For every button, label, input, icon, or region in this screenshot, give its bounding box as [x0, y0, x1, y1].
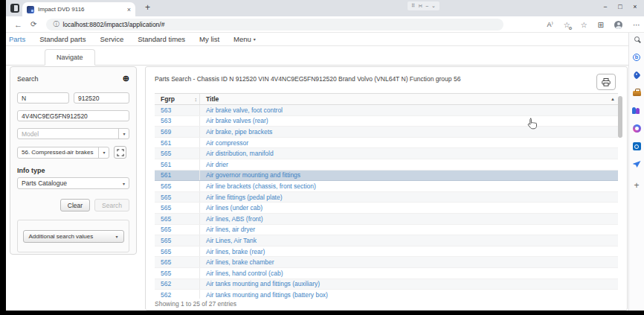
fgrp-link[interactable]: 565: [155, 268, 200, 279]
column-header-title[interactable]: Title ▲: [200, 94, 618, 104]
fgrp-link[interactable]: 565: [155, 235, 200, 246]
title-link[interactable]: Air line fittings (pedal plate): [200, 194, 618, 201]
vin-input[interactable]: [17, 110, 129, 121]
table-row[interactable]: 565Air lines, ABS (front): [155, 214, 618, 225]
fgrp-link[interactable]: 569: [155, 127, 200, 137]
shopping-icon[interactable]: [632, 70, 642, 80]
fgrp-link[interactable]: 561: [155, 159, 200, 170]
table-row[interactable]: 562Air tanks mounting and fittings (auxi…: [155, 279, 618, 290]
title-link[interactable]: Air Lines, Air Tank: [200, 237, 618, 244]
fgrp-link[interactable]: 565: [155, 203, 200, 213]
favorites-settings-icon[interactable]: ☆⚙: [564, 21, 570, 29]
title-link[interactable]: Air drier: [200, 161, 618, 168]
table-row[interactable]: 569Air brake, pipe brackets: [155, 127, 618, 138]
chevron-down-icon[interactable]: ▾: [118, 128, 129, 139]
title-link[interactable]: Air brake valves (rear): [200, 117, 618, 124]
overlay-minimize-icon[interactable]: −: [425, 4, 428, 9]
title-link[interactable]: Air compressor: [200, 139, 618, 147]
print-button[interactable]: [596, 74, 616, 90]
collections-icon[interactable]: ⊞: [598, 21, 604, 29]
fgrp-link[interactable]: 565: [155, 148, 200, 159]
search-button[interactable]: Search: [94, 199, 129, 211]
fgrp-link[interactable]: 561: [155, 171, 200, 181]
table-row[interactable]: 565Air distribution, manifold: [155, 148, 618, 159]
table-row[interactable]: 565Air lines, brake (rear): [155, 246, 618, 258]
minimize-button[interactable]: −: [598, 1, 613, 13]
model-input[interactable]: [17, 128, 129, 139]
table-scrollbar[interactable]: [618, 96, 622, 138]
table-row[interactable]: 565Air line fittings (pedal plate): [155, 192, 618, 203]
column-header-fgrp[interactable]: Fgrp ↕: [155, 94, 200, 104]
title-link[interactable]: Air lines, hand control (cab): [200, 270, 618, 277]
favorites-icon[interactable]: ☆: [581, 21, 587, 29]
table-row[interactable]: 565Air line brackets (chassis, front sec…: [155, 181, 618, 192]
tab-close-icon[interactable]: ×: [127, 6, 131, 13]
additional-search-values-button[interactable]: Additional search values ▾: [23, 230, 124, 243]
function-group-browse-button[interactable]: [114, 146, 126, 159]
title-link[interactable]: Air brake valve, foot control: [200, 106, 618, 114]
nav-item-my-list[interactable]: My list: [199, 35, 219, 43]
profile-avatar[interactable]: [614, 21, 622, 29]
function-group-select[interactable]: 56. Compressed-air brakes ▾: [17, 147, 109, 159]
fgrp-link[interactable]: 563: [155, 116, 200, 127]
table-row[interactable]: 561Air drier: [155, 159, 618, 171]
info-type-select[interactable]: Parts Catalogue ▾: [17, 177, 129, 189]
table-row[interactable]: 565Air lines, hand control (cab): [155, 268, 618, 279]
circle-plus-icon[interactable]: ⊕: [123, 74, 129, 83]
tab-actions-icon[interactable]: [10, 4, 19, 13]
new-tab-button[interactable]: +: [145, 2, 150, 13]
sidebar-search-icon[interactable]: [632, 34, 642, 44]
fgrp-link[interactable]: 565: [155, 192, 200, 203]
title-link[interactable]: Air tanks mounting and fittings (auxilia…: [200, 280, 618, 287]
site-info-icon[interactable]: ⓘ: [53, 20, 59, 28]
title-link[interactable]: Air lines, brake (rear): [200, 248, 618, 255]
people-icon[interactable]: [632, 106, 642, 115]
clear-button[interactable]: Clear: [60, 199, 90, 211]
table-row[interactable]: 561Air governor mounting and fittings: [155, 171, 618, 182]
back-icon[interactable]: ←: [14, 20, 22, 29]
maximize-button[interactable]: □: [613, 1, 628, 13]
fgrp-link[interactable]: 562: [155, 290, 200, 299]
nav-item-parts[interactable]: Parts: [9, 35, 25, 43]
grid-icon[interactable]: ⠿: [411, 3, 415, 9]
fgrp-link[interactable]: 563: [155, 105, 200, 115]
refresh-icon[interactable]: ⟳: [30, 20, 36, 28]
chevron-down-icon[interactable]: ▾: [98, 147, 109, 159]
table-row[interactable]: 565Air lines, air dryer: [155, 225, 618, 236]
more-options-icon[interactable]: ⋯: [633, 21, 640, 29]
title-link[interactable]: Air distribution, manifold: [200, 150, 618, 157]
outlook-icon[interactable]: [632, 141, 642, 151]
tab-navigate[interactable]: Navigate: [45, 49, 95, 66]
table-row[interactable]: 565Air Lines, Air Tank: [155, 235, 618, 246]
send-icon[interactable]: [632, 159, 642, 169]
bing-discover-icon[interactable]: b: [632, 52, 642, 62]
toolbox-icon[interactable]: [632, 88, 642, 98]
fgrp-link[interactable]: 565: [155, 225, 200, 235]
nav-item-menu[interactable]: Menu▾: [234, 35, 256, 43]
chassis-number-input[interactable]: [74, 92, 129, 104]
title-link[interactable]: Air lines, brake chamber: [200, 258, 618, 266]
sort-both-icon[interactable]: ↕: [195, 97, 198, 102]
title-link[interactable]: Air governor mounting and fittings: [200, 171, 618, 179]
fgrp-link[interactable]: 562: [155, 279, 200, 290]
table-row[interactable]: 561Air compressor: [155, 138, 618, 149]
chassis-series-input[interactable]: [17, 92, 69, 104]
nav-item-service[interactable]: Service: [100, 35, 124, 43]
title-link[interactable]: Air tanks mounting and fittings (battery…: [200, 291, 618, 299]
fgrp-link[interactable]: 565: [155, 257, 200, 267]
add-sidebar-item-icon[interactable]: +: [632, 180, 642, 190]
overlay-chevron-icon[interactable]: ⌄: [431, 3, 436, 9]
fgrp-link[interactable]: 565: [155, 246, 200, 257]
url-field[interactable]: ⓘ localhost:8802/impact3/application/#: [46, 19, 503, 31]
title-link[interactable]: Air brake, pipe brackets: [200, 128, 618, 136]
fgrp-link[interactable]: 565: [155, 214, 200, 224]
table-row[interactable]: 563Air brake valve, foot control: [155, 105, 618, 116]
title-link[interactable]: Air lines, air dryer: [200, 226, 618, 233]
nav-item-standard-times[interactable]: Standard times: [138, 35, 185, 43]
snap-icon[interactable]: ∺: [418, 3, 422, 9]
fgrp-link[interactable]: 565: [155, 181, 200, 191]
close-button[interactable]: ×: [628, 1, 643, 13]
browser-tab[interactable]: Impact DVD 9116 ×: [22, 2, 135, 16]
title-link[interactable]: Air lines, ABS (front): [200, 215, 618, 223]
table-row[interactable]: 562Air tanks mounting and fittings (batt…: [155, 290, 618, 299]
